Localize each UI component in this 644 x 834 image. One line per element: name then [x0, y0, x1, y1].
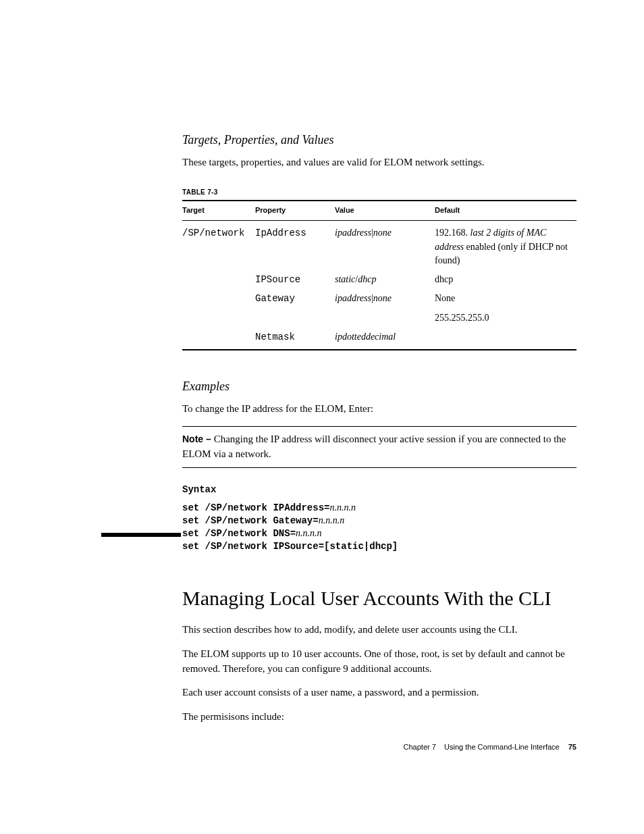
code-line: set /SP/network DNS=n.n.n.n	[182, 527, 576, 540]
footer-chapter: Chapter 7	[404, 743, 436, 751]
cell-property: IPSource	[255, 270, 335, 289]
footer-page-number: 75	[568, 743, 576, 751]
cell-target: /SP/network	[182, 221, 255, 270]
table-row: Netmask ipdotteddecimal	[182, 328, 576, 350]
paragraph-section-2: The ELOM supports up to 10 user accounts…	[182, 647, 576, 677]
cell-target	[182, 309, 255, 328]
cell-value: ipaddress|none	[335, 221, 435, 270]
code-line: set /SP/network Gateway=n.n.n.n	[182, 515, 576, 527]
paragraph-section-1: This section describes how to add, modif…	[182, 623, 576, 637]
cell-default: None	[435, 289, 576, 308]
section-rule	[101, 533, 181, 537]
table-row: /SP/network IpAddress ipaddress|none 192…	[182, 221, 576, 270]
paragraph-examples-intro: To change the IP address for the ELOM, E…	[182, 402, 576, 417]
paragraph-section-4: The permisisons include:	[182, 710, 576, 725]
cell-property: IpAddress	[255, 221, 335, 270]
table-label: TABLE 7-3	[182, 188, 576, 198]
th-target: Target	[182, 201, 255, 220]
heading-examples: Examples	[182, 377, 576, 395]
page-footer: Chapter 7 Using the Command-Line Interfa…	[404, 742, 576, 753]
heading-section-title: Managing Local User Accounts With the CL…	[182, 585, 576, 611]
th-default: Default	[435, 201, 576, 220]
cell-value: ipdotteddecimal	[335, 328, 435, 350]
cell-property: Gateway	[255, 289, 335, 308]
cell-target	[182, 328, 255, 350]
cell-default	[435, 328, 576, 350]
table-row: 255.255.255.0	[182, 309, 576, 328]
cell-default: dhcp	[435, 270, 576, 289]
cell-target	[182, 289, 255, 308]
syntax-label: Syntax	[182, 483, 576, 496]
footer-title: Using the Command-Line Interface	[444, 743, 560, 751]
cell-value: static/dhcp	[335, 270, 435, 289]
heading-targets-properties-values: Targets, Properties, and Values	[182, 131, 576, 149]
cell-value	[335, 309, 435, 328]
th-property: Property	[255, 201, 335, 220]
note-text: Changing the IP address will disconnect …	[182, 434, 566, 459]
table-row: IPSource static/dhcp dhcp	[182, 270, 576, 289]
code-line: set /SP/network IPAddress=n.n.n.n	[182, 502, 576, 515]
cell-target	[182, 270, 255, 289]
syntax-code-block: set /SP/network IPAddress=n.n.n.n set /S…	[182, 502, 576, 553]
cell-property	[255, 309, 335, 328]
paragraph-tpv-intro: These targets, properties, and values ar…	[182, 155, 576, 170]
cell-default: 255.255.255.0	[435, 309, 576, 328]
table-network-properties: Target Property Value Default /SP/networ…	[182, 200, 576, 350]
cell-default: 192.168. last 2 digits of MAC address en…	[435, 221, 576, 270]
cell-property: Netmask	[255, 328, 335, 350]
table-row: Gateway ipaddress|none None	[182, 289, 576, 308]
code-line: set /SP/network IPSource=[static|dhcp]	[182, 540, 576, 553]
th-value: Value	[335, 201, 435, 220]
paragraph-section-3: Each user account consists of a user nam…	[182, 685, 576, 700]
cell-value: ipaddress|none	[335, 289, 435, 308]
note-box: Note – Changing the IP address will disc…	[182, 426, 576, 468]
note-label: Note –	[182, 434, 214, 444]
